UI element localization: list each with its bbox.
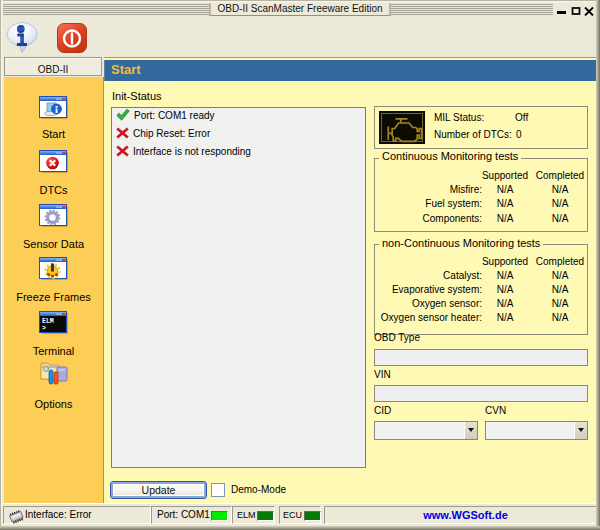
svg-text:ELM: ELM: [42, 318, 54, 325]
svg-text:>: >: [42, 325, 46, 332]
